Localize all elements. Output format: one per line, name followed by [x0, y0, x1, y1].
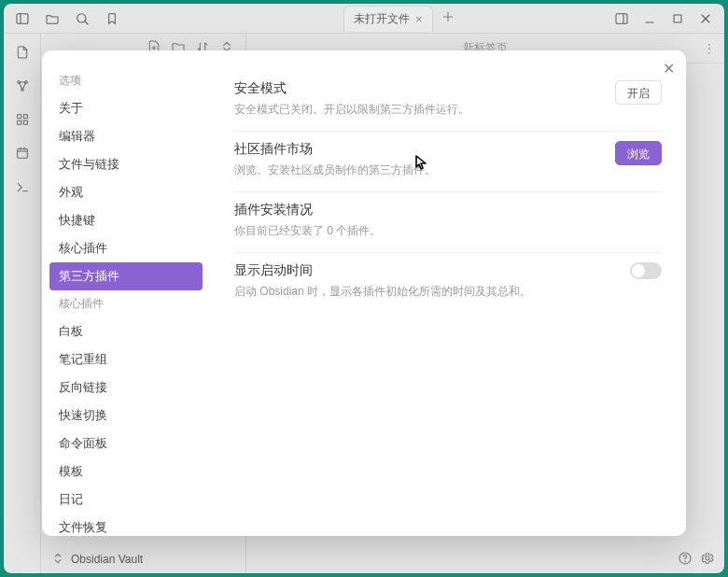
setting-desc: 你目前已经安装了 0 个插件。 — [234, 222, 381, 239]
setting-title: 社区插件市场 — [234, 141, 436, 158]
app-window: 未打开文件 × — [4, 4, 724, 573]
toggle-switch[interactable] — [630, 262, 662, 279]
settings-nav-item[interactable]: 反向链接 — [49, 373, 203, 401]
setting-desc: 浏览、安装社区成员制作的第三方插件。 — [234, 162, 436, 178]
settings-group-label: 选项 — [49, 67, 203, 94]
setting-row: 插件安装情况你目前已经安装了 0 个插件。 — [234, 192, 662, 253]
setting-title: 显示启动时间 — [234, 262, 531, 279]
settings-nav-item[interactable]: 快捷键 — [49, 206, 203, 234]
setting-desc: 启动 Obsidian 时，显示各插件初始化所需的时间及其总和。 — [234, 283, 531, 300]
settings-nav-item[interactable]: 编辑器 — [49, 122, 203, 150]
settings-nav-item[interactable]: 关于 — [49, 94, 203, 122]
settings-nav-item[interactable]: 模板 — [49, 457, 203, 486]
settings-modal: ✕ 选项关于编辑器文件与链接外观快捷键核心插件第三方插件核心插件白板笔记重组反向… — [42, 50, 686, 536]
settings-nav-item[interactable]: 文件恢复 — [49, 514, 203, 536]
browse-button[interactable]: 浏览 — [615, 141, 662, 165]
enable-button[interactable]: 开启 — [615, 80, 662, 105]
settings-nav-item[interactable]: 核心插件 — [49, 234, 203, 262]
settings-nav-item[interactable]: 文件与链接 — [49, 150, 203, 178]
settings-content: 安全模式安全模式已关闭。开启以限制第三方插件运行。开启社区插件市场浏览、安装社区… — [210, 50, 686, 536]
setting-title: 插件安装情况 — [234, 202, 381, 218]
settings-nav-item[interactable]: 命令面板 — [49, 429, 203, 457]
setting-row: 社区插件市场浏览、安装社区成员制作的第三方插件。浏览 — [234, 132, 662, 192]
setting-row: 显示启动时间启动 Obsidian 时，显示各插件初始化所需的时间及其总和。 — [234, 253, 662, 313]
settings-nav-item[interactable]: 日记 — [49, 486, 203, 514]
settings-nav-item[interactable]: 第三方插件 — [49, 262, 203, 290]
settings-nav-item[interactable]: 快速切换 — [49, 401, 203, 429]
modal-close-button[interactable]: ✕ — [663, 60, 675, 77]
settings-nav-item[interactable]: 笔记重组 — [49, 345, 203, 373]
setting-row: 安全模式安全模式已关闭。开启以限制第三方插件运行。开启 — [234, 71, 662, 132]
settings-nav-item[interactable]: 外观 — [49, 178, 203, 206]
settings-group-label: 核心插件 — [49, 290, 203, 317]
modal-backdrop[interactable]: ✕ 选项关于编辑器文件与链接外观快捷键核心插件第三方插件核心插件白板笔记重组反向… — [4, 4, 724, 573]
settings-nav-item[interactable]: 白板 — [49, 317, 203, 345]
setting-desc: 安全模式已关闭。开启以限制第三方插件运行。 — [234, 101, 469, 118]
setting-title: 安全模式 — [234, 80, 469, 97]
settings-nav: 选项关于编辑器文件与链接外观快捷键核心插件第三方插件核心插件白板笔记重组反向链接… — [42, 50, 210, 536]
